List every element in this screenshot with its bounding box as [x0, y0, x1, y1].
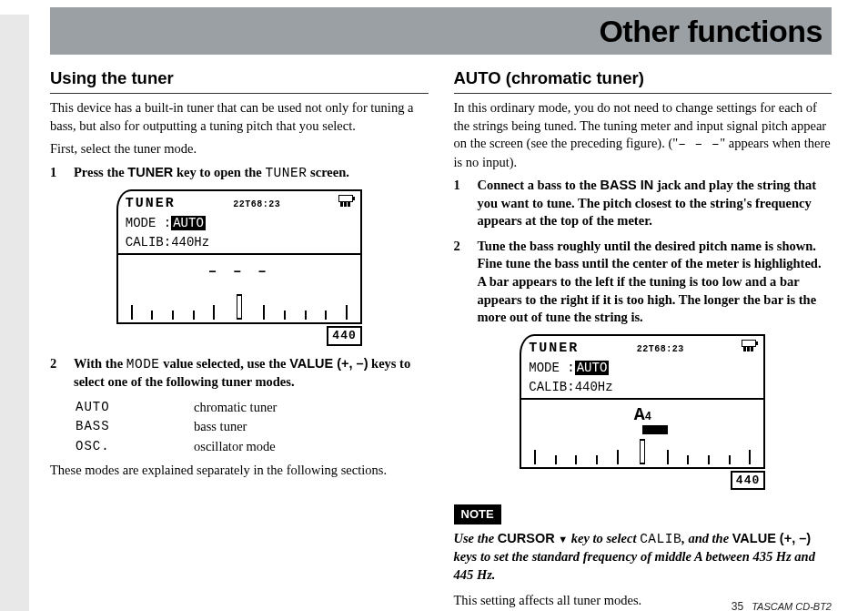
chapter-header-bar: Other functions — [50, 7, 832, 55]
note-text: , and the — [681, 531, 732, 545]
lcd-title: TUNER — [529, 340, 579, 358]
step-body: Tune the bass roughly until the desired … — [478, 238, 833, 327]
meter-no-signal: – – – — [208, 262, 270, 282]
pitch-octave: 4 — [645, 411, 651, 423]
screen-name-mono: TUNER — [265, 166, 307, 180]
left-intro-para: This device has a built-in tuner that ca… — [50, 99, 429, 135]
lcd-screen: TUNER 22T68:23 MODE :AUTO CALIB:440Hz A4 — [520, 334, 765, 491]
mono-placeholder: – – – — [678, 137, 720, 151]
list-item: BASSbass tuner — [76, 418, 429, 436]
ref-freq-value: 440 — [327, 326, 361, 346]
step-number: 1 — [50, 164, 74, 183]
mode-key: BASS — [76, 418, 194, 436]
lcd-header: TUNER 22T68:23 MODE :AUTO CALIB:440Hz — [116, 189, 362, 253]
lcd-header: TUNER 22T68:23 MODE :AUTO CALIB:440Hz — [520, 334, 765, 398]
mode-desc: bass tuner — [194, 418, 247, 436]
mode-key: OSC. — [76, 438, 194, 456]
lcd-time: 22T68:23 — [233, 199, 280, 211]
step-text: key to open the — [173, 165, 265, 179]
meter-scale — [521, 439, 763, 464]
mono-word: MODE — [126, 357, 160, 372]
mode-desc: chromatic tuner — [194, 399, 277, 417]
two-column-layout: Using the tuner This device has a built-… — [50, 67, 832, 611]
lcd-calib-row: CALIB:440Hz — [126, 234, 353, 251]
note-text: key to select — [568, 531, 640, 545]
key-name: VALUE (+, –) — [732, 531, 811, 545]
battery-icon — [338, 195, 353, 202]
right-step-1: 1 Connect a bass to the BASS IN jack and… — [454, 177, 833, 230]
lcd-time: 22T68:23 — [637, 343, 684, 356]
step-body: With the MODE value selected, use the VA… — [74, 355, 429, 392]
key-name: VALUE (+, –) — [289, 356, 368, 371]
mode-desc: oscillator mode — [194, 438, 276, 456]
pitch-letter: A — [634, 404, 645, 425]
note-paragraph: Use the CURSOR key to select CALIB, and … — [454, 530, 833, 585]
lcd-tuning-meter: – – – — [116, 253, 362, 324]
lcd-calib-row: CALIB:440Hz — [529, 379, 756, 396]
lcd-mode-label: MODE : — [126, 216, 171, 230]
lcd-mode-value: AUTO — [171, 216, 206, 230]
step-text: screen. — [307, 165, 348, 179]
lcd-mode-label: MODE : — [529, 361, 574, 375]
mono-word: CALIB — [640, 532, 681, 546]
lcd-mode-row: MODE :AUTO — [126, 215, 353, 232]
left-column: Using the tuner This device has a built-… — [50, 67, 429, 611]
lcd-tuning-meter: A4 — [520, 398, 765, 469]
battery-icon — [742, 340, 756, 347]
note-badge: NOTE — [454, 504, 501, 524]
meter-scale — [118, 294, 360, 320]
page-number: 35 — [732, 600, 743, 611]
section-heading-left: Using the tuner — [50, 67, 429, 94]
page-footer: 35 TASCAM CD-BT2 — [732, 600, 832, 611]
lcd-status-row: TUNER 22T68:23 — [126, 195, 353, 213]
tuner-mode-list: AUTOchromatic tuner BASSbass tuner OSC.o… — [76, 399, 429, 456]
right-column: AUTO (chromatic tuner) In this ordinary … — [454, 67, 833, 611]
step-text: Connect a bass to the — [478, 178, 601, 192]
right-step-2: 2 Tune the bass roughly until the desire… — [454, 238, 833, 327]
step-number: 2 — [50, 355, 74, 392]
step-body: Press the TUNER key to open the TUNER sc… — [74, 164, 429, 183]
jack-name: BASS IN — [600, 178, 653, 192]
step-text: Press the — [74, 165, 127, 179]
list-item: OSC.oscillator mode — [76, 438, 429, 456]
lcd-figure-1: TUNER 22T68:23 MODE :AUTO CALIB:440Hz – … — [50, 189, 429, 346]
left-intro-para-2: First, select the tuner mode. — [50, 140, 429, 158]
step-number: 2 — [454, 238, 478, 327]
meter-center-marker — [237, 294, 242, 320]
meter-pitch-name: A4 — [634, 402, 651, 427]
page-edge-tab — [0, 15, 29, 611]
step-number: 1 — [454, 177, 478, 230]
chapter-title: Other functions — [599, 14, 823, 49]
meter-center-marker — [640, 439, 645, 464]
lcd-ref-freq: 440 — [116, 326, 362, 346]
step-body: Connect a bass to the BASS IN jack and p… — [478, 177, 833, 230]
meter-sharp-bar — [642, 425, 668, 434]
right-intro-para: In this ordinary mode, you do not need t… — [454, 99, 833, 171]
key-name: CURSOR — [498, 531, 555, 545]
cursor-down-icon — [558, 531, 568, 545]
list-item: AUTOchromatic tuner — [76, 399, 429, 417]
note-text: Use the — [454, 531, 498, 545]
note-text: keys to set the standard frequency of mi… — [454, 549, 815, 582]
lcd-title: TUNER — [126, 195, 176, 213]
section-heading-right: AUTO (chromatic tuner) — [454, 67, 833, 94]
left-step-2: 2 With the MODE value selected, use the … — [50, 355, 429, 392]
step-text: With the — [74, 356, 126, 371]
product-model: TASCAM CD-BT2 — [752, 601, 832, 611]
lcd-mode-row: MODE :AUTO — [529, 360, 756, 377]
step-text: value selected, use the — [160, 356, 290, 371]
manual-page: Other functions Using the tuner This dev… — [0, 7, 868, 611]
lcd-ref-freq: 440 — [520, 471, 765, 491]
lcd-screen: TUNER 22T68:23 MODE :AUTO CALIB:440Hz – … — [116, 189, 362, 346]
lcd-figure-2: TUNER 22T68:23 MODE :AUTO CALIB:440Hz A4 — [454, 334, 833, 491]
left-step-1: 1 Press the TUNER key to open the TUNER … — [50, 164, 429, 183]
mode-key: AUTO — [76, 399, 194, 417]
ref-freq-value: 440 — [731, 471, 765, 491]
lcd-mode-value: AUTO — [575, 361, 610, 375]
lcd-status-row: TUNER 22T68:23 — [529, 340, 756, 358]
left-closing-para: These modes are explained separately in … — [50, 462, 429, 480]
key-name: TUNER — [127, 165, 173, 179]
